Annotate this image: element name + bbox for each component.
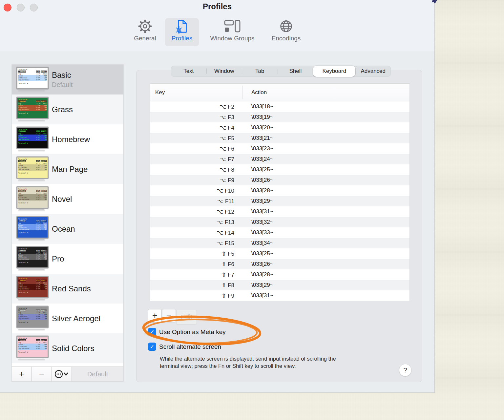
globe-icon [279, 18, 294, 34]
toolbar-item-encodings[interactable]: Encodings [266, 18, 306, 46]
tab-text[interactable]: Text [171, 66, 206, 77]
thumbnail-reflection [18, 179, 45, 182]
tab-window[interactable]: Window [207, 66, 242, 77]
thumb-prompt: Terminal # [18, 172, 47, 174]
set-default-button[interactable]: Default [72, 367, 123, 381]
tab-shell[interactable]: Shell [278, 66, 313, 77]
profile-sidebar: Terminal# COMMAND %CPU RPRVT top 4.1% 23… [11, 64, 124, 382]
profile-thumbnail: Terminal# COMMAND %CPU RPRVT top 4.1% 23… [16, 157, 49, 179]
tab-keyboard[interactable]: Keyboard [313, 66, 355, 77]
more-options-button[interactable] [52, 367, 72, 381]
help-button[interactable]: ? [399, 364, 411, 376]
action-cell: \033[19~ [234, 114, 273, 120]
sidebar-item-homebrew[interactable]: Terminal# COMMAND %CPU RPRVT top 4.1% 23… [12, 124, 123, 154]
key-binding-row[interactable]: ⇧ F8\033[29~ [150, 280, 410, 290]
key-binding-row[interactable]: ⌥ F11\033[29~ [150, 196, 410, 206]
toolbar-item-profiles[interactable]: Profiles [165, 18, 199, 46]
thumb-prompt: Terminal # [18, 112, 47, 114]
key-binding-row[interactable]: ⌥ F9\033[26~ [150, 175, 410, 185]
profile-name: Homebrew [52, 135, 90, 144]
sidebar-item-grass[interactable]: Terminal# COMMAND %CPU RPRVT top 4.1% 23… [12, 94, 123, 124]
key-binding-row[interactable]: ⌥ F6\033[23~ [150, 143, 410, 154]
toolbar-label: Encodings [272, 35, 301, 42]
thumbnail-reflection [18, 329, 45, 331]
thumb-process-row: loginwindow 0.0% 4M [18, 288, 47, 290]
key-binding-row[interactable]: ⌥ F10\033[28~ [150, 185, 410, 196]
thumbnail-reflection [18, 299, 45, 301]
key-cell: ⌥ F14 [150, 229, 234, 236]
use-option-as-meta-checkbox[interactable]: ✓ [148, 328, 156, 336]
key-binding-row[interactable]: ⌥ F3\033[19~ [150, 112, 410, 122]
column-header-key: Key [150, 89, 242, 96]
thumb-process-row: loginwindow 0.0% 4M [18, 109, 47, 111]
sidebar-item-red-sands[interactable]: Terminal# COMMAND %CPU RPRVT top 4.1% 23… [12, 274, 123, 304]
profile-thumbnail-wrap: Terminal# COMMAND %CPU RPRVT top 4.1% 23… [16, 157, 47, 182]
profile-text: Homebrew [52, 135, 90, 144]
key-binding-row[interactable]: ⌥ F4\033[20~ [150, 122, 410, 133]
action-cell: \033[18~ [234, 103, 273, 110]
key-cell: ⇧ F5 [150, 250, 234, 257]
thumb-mem-chip: RPRVT [41, 220, 47, 222]
key-binding-row[interactable]: ⌥ F5\033[21~ [150, 133, 410, 143]
key-binding-row[interactable]: ⌥ F2\033[18~ [150, 101, 410, 112]
thumb-prompt: Terminal # [18, 351, 47, 353]
remove-binding-button[interactable]: − [162, 309, 176, 323]
remove-profile-button[interactable]: − [32, 367, 52, 381]
key-cell: ⌥ F6 [150, 145, 234, 152]
key-binding-row[interactable]: ⇧ F5\033[25~ [150, 248, 410, 259]
sidebar-footer: + − Default [12, 367, 123, 381]
edit-binding-button[interactable]: Edit [176, 310, 197, 325]
key-binding-row[interactable]: ⌥ F7\033[24~ [150, 154, 410, 164]
toolbar-label: Profiles [172, 35, 192, 42]
thumb-prompt: Terminal # [18, 321, 47, 323]
key-binding-row[interactable]: ⇧ F9\033[31~ [150, 290, 410, 301]
key-binding-row[interactable]: ⌥ F8\033[25~ [150, 164, 410, 175]
add-profile-button[interactable]: + [12, 367, 32, 381]
window-title: Profiles [0, 2, 434, 11]
tab-tab[interactable]: Tab [242, 66, 278, 77]
sidebar-item-basic[interactable]: Terminal# COMMAND %CPU RPRVT top 4.1% 23… [12, 65, 123, 94]
key-binding-row[interactable]: ⌥ F12\033[31~ [150, 206, 410, 217]
key-binding-row[interactable]: ⇧ F7\033[28~ [150, 269, 410, 280]
sidebar-item-silver-aerogel[interactable]: Terminal# COMMAND %CPU RPRVT top 4.1% 23… [12, 304, 123, 333]
action-cell: \033[28~ [234, 187, 273, 194]
action-cell: \033[21~ [234, 135, 273, 141]
key-cell: ⌥ F2 [150, 103, 234, 110]
scroll-alternate-screen-checkbox[interactable]: ✓ [148, 343, 156, 351]
gear-icon [137, 18, 153, 34]
key-binding-row[interactable]: ⇧ F6\033[26~ [150, 259, 410, 269]
add-binding-button[interactable]: + [148, 309, 162, 323]
action-cell: \033[25~ [234, 166, 273, 173]
action-cell: \033[25~ [234, 250, 273, 257]
key-cell: ⌥ F9 [150, 177, 234, 184]
action-cell: \033[29~ [234, 282, 273, 288]
profile-settings-panel: TextWindowTabShellKeyboardAdvanced Key A… [136, 70, 422, 382]
thumbnail-reflection [18, 269, 45, 271]
thumbnail-reflection [18, 90, 45, 92]
sidebar-item-pro[interactable]: Terminal# COMMAND %CPU RPRVT top 4.1% 23… [12, 244, 123, 274]
thumb-prompt: Terminal # [18, 232, 47, 234]
toolbar-label: General [134, 35, 156, 42]
profile-name: Pro [52, 254, 64, 263]
toolbar-item-general[interactable]: General [125, 18, 165, 46]
key-cell: ⇧ F9 [150, 292, 234, 299]
key-binding-row[interactable]: ⌥ F15\033[34~ [150, 238, 410, 248]
sidebar-item-novel[interactable]: Terminal# COMMAND %CPU RPRVT top 4.1% 23… [12, 184, 123, 214]
circle-ellipsis-icon [54, 369, 69, 379]
profile-text: Solid Colors [52, 344, 94, 353]
tab-advanced[interactable]: Advanced [355, 66, 391, 77]
key-binding-row[interactable]: ⌥ F14\033[33~ [150, 227, 410, 238]
profile-text: Ocean [52, 224, 75, 234]
action-cell: \033[20~ [234, 124, 273, 131]
sidebar-item-man-page[interactable]: Terminal# COMMAND %CPU RPRVT top 4.1% 23… [12, 154, 123, 184]
sidebar-item-ocean[interactable]: Terminal# COMMAND %CPU RPRVT top 4.1% 23… [12, 214, 123, 244]
toolbar-item-window-groups[interactable]: Window Groups [205, 18, 259, 46]
question-mark-icon: ? [403, 366, 407, 374]
profile-name: Man Page [52, 165, 88, 174]
sidebar-item-solid-colors[interactable]: Terminal# COMMAND %CPU RPRVT top 4.1% 23… [12, 333, 123, 363]
key-cell: ⇧ F7 [150, 271, 234, 278]
action-cell: \033[34~ [234, 240, 273, 246]
key-binding-row[interactable]: ⌥ F13\033[32~ [150, 217, 410, 227]
footnote-line: terminal view; press the Fn or Shift key… [160, 362, 336, 369]
thumb-mem-chip: RPRVT [41, 339, 47, 341]
